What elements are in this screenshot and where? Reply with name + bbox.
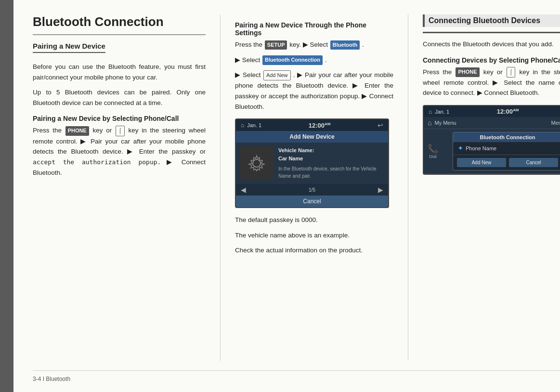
settings-icon xyxy=(247,154,266,173)
prev-arrow-icon: ◀ xyxy=(241,186,246,194)
main-content: Bluetooth Connection Pairing a New Devic… xyxy=(13,0,560,392)
my-menu-text: My Menu xyxy=(434,120,498,126)
middle-column: Pairing a New Device Through the Phone S… xyxy=(221,14,408,361)
screen-time: 12:00AM xyxy=(309,122,331,129)
bt-icon: ✦ xyxy=(458,145,463,152)
screen-body: Add New Device Vehicle Name: xyxy=(236,131,388,207)
note2: The vehicle name above is an example. xyxy=(235,230,393,241)
vehicle-name-label: Vehicle Name: Car Name xyxy=(278,146,384,162)
page-main-title: Bluetooth Connection xyxy=(33,14,206,29)
key-select: key. ▶ Select xyxy=(289,41,328,48)
right-main-title: Connecting Bluetooth Devices xyxy=(423,14,560,27)
dial-label: Dial xyxy=(429,154,437,159)
call-badge-r: ⌠ xyxy=(507,67,516,78)
section1-title: Pairing a New Device xyxy=(33,42,105,53)
home-icon-2: ⌂ xyxy=(429,108,432,115)
screen2-time: 12:00AM xyxy=(497,108,519,115)
screen-mockup-2: ⌂ Jan. 1 12:00AM ↩ ⌂ My Menu Menu ↩ xyxy=(423,105,560,175)
screen-cancel-button[interactable]: Cancel xyxy=(236,196,388,207)
dial-icon-area: 📞 Dial xyxy=(428,144,438,159)
screen-header: ⌂ Jan. 1 12:00AM ↩ xyxy=(236,119,388,131)
page-footer: 3-4 I Bluetooth xyxy=(33,370,560,382)
or-text-r: key or xyxy=(483,68,506,76)
bt-connection-badge: Bluetooth Connection xyxy=(262,55,323,65)
screen-instruction: In the Bluetooth device, search for the … xyxy=(278,165,384,180)
section2-body: Press the PHONE key or ⌠ key in the stee… xyxy=(33,125,206,178)
add-new-btn[interactable]: Add New xyxy=(457,158,506,167)
next-arrow-icon: ▶ xyxy=(378,186,383,194)
setup-badge: SETUP xyxy=(265,40,287,50)
bt-connection-modal: Bluetooth Connection ✦ Phone Name Add Ne… xyxy=(453,132,560,170)
add-new-badge: Add New xyxy=(263,70,291,81)
phone-name-item: ✦ Phone Name xyxy=(453,142,560,155)
home-icon: ⌂ xyxy=(241,122,244,129)
select-text2: ▶ Select xyxy=(235,71,261,78)
note1: The default passkey is 0000. xyxy=(235,215,393,225)
section2-title: Pairing a New Device by Selecting Phone/… xyxy=(33,115,206,122)
footer-text: 3-4 I Bluetooth xyxy=(33,376,70,382)
press-text: Press the xyxy=(33,127,62,134)
left-sidebar xyxy=(0,0,13,392)
right-body1: Connects the Bluetooth devices that you … xyxy=(423,39,560,50)
phone-badge-r: PHONE xyxy=(456,67,479,77)
cancel-btn[interactable]: Cancel xyxy=(509,158,558,167)
call-badge: ⌠ xyxy=(116,126,125,136)
screen-date: Jan. 1 xyxy=(247,122,261,128)
section1-body2: Up to 5 Bluetooth devices can be paired.… xyxy=(33,87,206,108)
middle-section-title: Pairing a New Device Through the Phone S… xyxy=(235,21,393,37)
modal-title: Bluetooth Connection xyxy=(453,132,560,142)
menu-text-right: Menu xyxy=(501,120,560,126)
middle-para3: ▶ Select Add New . ▶ Pair your car after… xyxy=(235,70,393,112)
section1-body1: Before you can use the Bluetooth feature… xyxy=(33,62,206,82)
screen-title-bar: Add New Device xyxy=(236,131,388,143)
right-column: Connecting Bluetooth Devices Connects th… xyxy=(408,14,560,361)
period1: . xyxy=(362,41,364,48)
section1-title-block: Pairing a New Device xyxy=(33,42,206,57)
right-top-bar: Connecting Bluetooth Devices xyxy=(423,14,560,33)
screen2-header-left: ⌂ Jan. 1 xyxy=(429,108,449,115)
right-body2: Press the PHONE key or ⌠ key in the stee… xyxy=(423,67,560,98)
middle-title-text: Pairing a New Device Through the Phone S… xyxy=(235,21,366,37)
dial-area: 📞 Dial Bluetooth Connection ✦ Phone Name xyxy=(424,129,560,174)
screen-header-left: ⌂ Jan. 1 xyxy=(241,122,261,129)
note3: Check the actual information on the prod… xyxy=(235,245,393,256)
nav-counter: 1/5 xyxy=(309,187,315,193)
left-column: Bluetooth Connection Pairing a New Devic… xyxy=(33,14,221,361)
modal-buttons: Add New Cancel xyxy=(453,155,560,170)
screen2-header: ⌂ Jan. 1 12:00AM ↩ xyxy=(424,106,560,117)
right-section2-title: Connecting Devices by Selecting Phone/Ca… xyxy=(423,56,560,64)
screen-nav: ◀ 1/5 ▶ xyxy=(236,184,388,196)
screen-vehicle-info: Vehicle Name: Car Name In the Bluetooth … xyxy=(278,146,384,180)
or-text: key or xyxy=(93,127,112,134)
middle-para1: Press the SETUP key. ▶ Select Bluetooth … xyxy=(235,39,393,50)
screen2-top-row: ⌂ My Menu Menu ↩ xyxy=(424,117,560,129)
select-text: ▶ Select xyxy=(235,56,260,64)
period2: . xyxy=(325,56,327,64)
phone-badge: PHONE xyxy=(65,126,89,136)
screen2-date: Jan. 1 xyxy=(435,109,449,115)
press-the-r: Press the xyxy=(423,68,452,76)
screen-settings-icon-box xyxy=(240,146,273,180)
title-divider xyxy=(33,34,206,35)
bluetooth-badge: Bluetooth xyxy=(330,40,360,50)
columns-container: Bluetooth Connection Pairing a New Devic… xyxy=(33,14,560,361)
dial-icon: 📞 xyxy=(428,144,438,154)
my-menu-icon: ⌂ xyxy=(428,119,431,127)
press-the: Press the xyxy=(235,41,262,48)
middle-para2: ▶ Select Bluetooth Connection . xyxy=(235,55,393,65)
screen-back-icon: ↩ xyxy=(378,121,383,129)
screen-mockup-1: ⌂ Jan. 1 12:00AM ↩ Add New Device xyxy=(235,118,389,208)
screen-vehicle-area: Vehicle Name: Car Name In the Bluetooth … xyxy=(236,143,388,184)
screen2-body: ⌂ My Menu Menu ↩ 📞 Dial Bluetooth Co xyxy=(424,117,560,174)
phone-name: Phone Name xyxy=(466,145,496,151)
